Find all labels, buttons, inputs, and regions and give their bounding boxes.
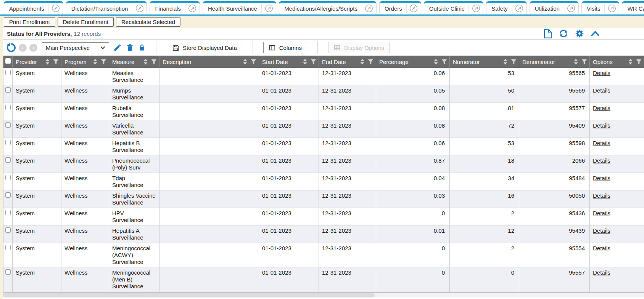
- columns-button[interactable]: Columns: [263, 42, 307, 53]
- details-link[interactable]: Details: [593, 269, 610, 276]
- sort-icon[interactable]: [628, 59, 633, 65]
- cell-start-date: 01-01-2023: [259, 138, 319, 155]
- row-checkbox[interactable]: [5, 105, 11, 110]
- tab-financials[interactable]: Financials: [150, 1, 200, 14]
- popout-icon[interactable]: [469, 3, 483, 14]
- details-link[interactable]: Details: [593, 245, 610, 251]
- row-checkbox[interactable]: [5, 87, 11, 93]
- column-header-provider[interactable]: Provider: [13, 56, 61, 68]
- tab-wr-case-mgmt[interactable]: WR Case Mgmt: [622, 1, 644, 14]
- popout-icon[interactable]: [564, 3, 578, 14]
- table-row: SystemWellnessTdap Surveillance01-01-202…: [3, 173, 644, 190]
- filter-icon[interactable]: [101, 59, 106, 65]
- filter-icon[interactable]: [581, 59, 587, 65]
- row-checkbox[interactable]: [5, 157, 11, 163]
- tab-dictation-transcription[interactable]: Dictation/Transcription: [66, 1, 147, 14]
- tab-appointments[interactable]: Appointments: [4, 1, 63, 14]
- back-arrow-icon[interactable]: ‹: [19, 44, 27, 52]
- row-checkbox[interactable]: [5, 227, 11, 233]
- row-checkbox[interactable]: [5, 245, 11, 250]
- trash-icon[interactable]: [126, 43, 134, 52]
- row-checkbox[interactable]: [5, 192, 11, 198]
- filter-icon[interactable]: [311, 59, 316, 65]
- tab-utilization[interactable]: Utilization: [530, 1, 579, 14]
- sort-icon[interactable]: [433, 59, 438, 65]
- sort-icon[interactable]: [45, 59, 50, 65]
- column-header-program[interactable]: Program: [61, 56, 109, 68]
- tab-visits[interactable]: Visits: [581, 1, 620, 14]
- row-checkbox[interactable]: [5, 269, 11, 275]
- row-checkbox[interactable]: [5, 175, 11, 180]
- column-header-measure[interactable]: Measure: [109, 56, 159, 68]
- popout-icon[interactable]: [185, 3, 200, 14]
- column-header-description[interactable]: Description: [159, 56, 259, 68]
- popout-icon[interactable]: [49, 3, 63, 14]
- sort-icon[interactable]: [93, 59, 98, 65]
- popout-icon[interactable]: [512, 3, 526, 14]
- row-checkbox[interactable]: [5, 140, 11, 145]
- popout-icon[interactable]: [362, 3, 376, 14]
- details-link[interactable]: Details: [593, 105, 610, 111]
- row-checkbox[interactable]: [5, 210, 11, 215]
- sort-icon[interactable]: [360, 59, 365, 65]
- sort-icon[interactable]: [243, 59, 248, 65]
- filter-icon[interactable]: [368, 59, 374, 65]
- lock-icon[interactable]: [138, 43, 146, 52]
- tab-health-surveillance[interactable]: Health Surveillance: [203, 1, 276, 14]
- store-displayed-data-button[interactable]: Store Displayed Data: [167, 42, 242, 53]
- details-link[interactable]: Details: [593, 175, 610, 181]
- tab-outside-clinic[interactable]: Outside Clinic: [424, 1, 484, 14]
- tab-medications-allergies-scripts[interactable]: Medications/Allergies/Scripts: [279, 1, 377, 14]
- details-link[interactable]: Details: [593, 157, 610, 164]
- row-checkbox[interactable]: [5, 70, 11, 75]
- cell-end-date: 12-31-2023: [319, 138, 376, 155]
- column-header-options[interactable]: Options: [590, 56, 644, 68]
- details-link[interactable]: Details: [593, 70, 610, 76]
- filter-icon[interactable]: [636, 59, 642, 65]
- popout-icon[interactable]: [605, 3, 619, 14]
- popout-icon[interactable]: [132, 3, 147, 14]
- row-checkbox[interactable]: [5, 122, 11, 128]
- perspective-select[interactable]: Main Perspective: [42, 42, 109, 53]
- tab-safety[interactable]: Safety: [486, 1, 527, 14]
- column-header-numerator[interactable]: Numerator: [450, 56, 519, 68]
- details-link[interactable]: Details: [593, 122, 610, 129]
- save-icon: [172, 44, 179, 51]
- select-all-checkbox[interactable]: [5, 58, 11, 64]
- column-header-percentage[interactable]: Percentage: [376, 56, 450, 68]
- collapse-chevron-icon[interactable]: [591, 30, 600, 37]
- print-enrollment-button[interactable]: Print Enrollment: [4, 17, 55, 27]
- filter-icon[interactable]: [441, 59, 447, 65]
- sort-icon[interactable]: [503, 59, 508, 65]
- refresh-icon[interactable]: [559, 29, 568, 38]
- column-header-end-date[interactable]: End Date: [319, 56, 376, 68]
- filter-icon[interactable]: [151, 59, 157, 65]
- tab-orders[interactable]: Orders: [379, 1, 421, 14]
- details-link[interactable]: Details: [593, 87, 610, 94]
- cell-numerator: 34: [450, 173, 519, 190]
- sort-icon[interactable]: [143, 59, 148, 65]
- filter-icon[interactable]: [511, 59, 517, 65]
- horizontal-scrollbar[interactable]: [3, 293, 644, 297]
- sort-icon[interactable]: [573, 59, 578, 65]
- popout-icon[interactable]: [262, 3, 276, 14]
- column-header-start-date[interactable]: Start Date: [259, 56, 319, 68]
- sort-icon[interactable]: [303, 59, 308, 65]
- filter-icon[interactable]: [251, 59, 256, 65]
- settings-gear-icon[interactable]: [575, 29, 584, 38]
- forward-arrow-icon[interactable]: ›: [29, 44, 37, 52]
- scrollbar-thumb[interactable]: [3, 293, 375, 297]
- column-header-denominator[interactable]: Denominator: [519, 56, 590, 68]
- delete-enrollment-button[interactable]: Delete Enrollment: [58, 17, 114, 27]
- details-link[interactable]: Details: [593, 140, 610, 146]
- details-link[interactable]: Details: [593, 192, 610, 199]
- details-link[interactable]: Details: [593, 210, 610, 216]
- edit-pencil-icon[interactable]: [113, 43, 122, 52]
- new-document-icon[interactable]: [544, 29, 552, 38]
- undo-icon[interactable]: [6, 43, 16, 53]
- recalculate-selected-button[interactable]: Recalculate Selected: [116, 17, 180, 27]
- filter-icon[interactable]: [53, 59, 59, 65]
- details-link[interactable]: Details: [593, 227, 610, 234]
- popout-icon[interactable]: [407, 3, 421, 14]
- display-options-button[interactable]: Display Options: [328, 42, 390, 53]
